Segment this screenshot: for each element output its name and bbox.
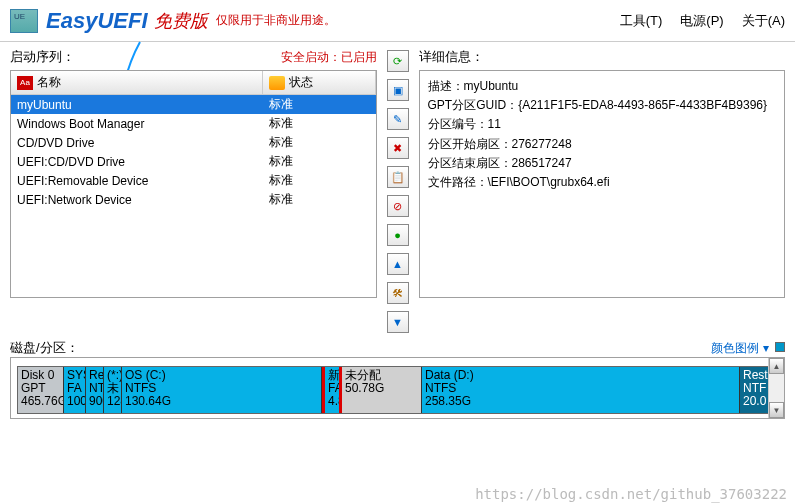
refresh-button[interactable]: ⟳: [387, 50, 409, 72]
add-button[interactable]: ▣: [387, 79, 409, 101]
guid-key: GPT分区GUID：: [428, 98, 519, 112]
partition-block[interactable]: 新FA4.8: [322, 367, 342, 413]
usage-note: 仅限用于非商业用途。: [216, 12, 336, 29]
edit-button[interactable]: ✎: [387, 108, 409, 130]
app-title: EasyUEFI: [46, 8, 148, 34]
boot-entry-grid[interactable]: Aa 名称 状态 myUbuntu标准Windows Boot Manager标…: [10, 70, 377, 298]
end-key: 分区结束扇区：: [428, 156, 512, 170]
status-header-icon: [269, 76, 285, 90]
partition-block[interactable]: Disk 0GPT465.76G: [18, 367, 64, 413]
guid-val: {A211F1F5-EDA8-4493-865F-4433BF4B9396}: [518, 98, 767, 112]
boot-order-label: 启动序列：: [10, 48, 75, 66]
legend-text: 颜色图例: [711, 341, 759, 355]
move-up-button[interactable]: ▲: [387, 253, 409, 275]
app-edition: 免费版: [154, 9, 208, 33]
boot-entry-row[interactable]: UEFI:Network Device标准: [11, 190, 376, 209]
boot-entry-row[interactable]: myUbuntu标准: [11, 95, 376, 114]
main-menu: 工具(T) 电源(P) 关于(A): [620, 12, 785, 30]
boot-entry-row[interactable]: UEFI:Removable Device标准: [11, 171, 376, 190]
menu-about[interactable]: 关于(A): [742, 12, 785, 30]
desc-val: myUbuntu: [464, 79, 519, 93]
scroll-up-icon[interactable]: ▲: [769, 358, 784, 374]
title-bar: EasyUEFI 免费版 仅限用于非商业用途。 工具(T) 电源(P) 关于(A…: [0, 0, 795, 42]
boot-entry-row[interactable]: CD/DVD Drive标准: [11, 133, 376, 152]
partition-block[interactable]: Data (D:)NTFS258.35G: [422, 367, 740, 413]
partition-block[interactable]: ReNT900: [86, 367, 104, 413]
detail-box: 描述：myUbuntu GPT分区GUID：{A211F1F5-EDA8-449…: [419, 70, 786, 298]
settings-button[interactable]: 🛠: [387, 282, 409, 304]
partition-block[interactable]: OS (C:)NTFS130.64G: [122, 367, 322, 413]
watermark: https://blog.csdn.net/github_37603222: [475, 486, 787, 502]
start-val: 276277248: [512, 137, 572, 151]
path-val: \EFI\BOOT\grubx64.efi: [488, 175, 610, 189]
app-logo-icon: [10, 9, 38, 33]
vertical-scrollbar[interactable]: ▲ ▼: [768, 358, 784, 418]
boot-once-button[interactable]: ●: [387, 224, 409, 246]
detail-label: 详细信息：: [419, 48, 484, 66]
end-val: 286517247: [512, 156, 572, 170]
delete-button[interactable]: ✖: [387, 137, 409, 159]
name-header-icon: Aa: [17, 76, 33, 90]
partition-block[interactable]: SYSFA100: [64, 367, 86, 413]
boot-entry-row[interactable]: Windows Boot Manager标准: [11, 114, 376, 133]
legend-swatch-icon: [775, 342, 785, 352]
scroll-down-icon[interactable]: ▼: [769, 402, 784, 418]
move-down-button[interactable]: ▼: [387, 311, 409, 333]
copy-button[interactable]: 📋: [387, 166, 409, 188]
partition-block[interactable]: (*:)未128: [104, 367, 122, 413]
disk-label: 磁盘/分区：: [10, 339, 79, 357]
boot-entry-row[interactable]: UEFI:CD/DVD Drive标准: [11, 152, 376, 171]
menu-power[interactable]: 电源(P): [680, 12, 723, 30]
menu-tools[interactable]: 工具(T): [620, 12, 663, 30]
disable-button[interactable]: ⊘: [387, 195, 409, 217]
disk-strip[interactable]: Disk 0GPT465.76GSYSFA100ReNT900(*:)未128O…: [17, 366, 778, 414]
col-name: 名称: [37, 74, 61, 91]
path-key: 文件路径：: [428, 175, 488, 189]
start-key: 分区开始扇区：: [428, 137, 512, 151]
partition-block[interactable]: 未分配50.78G: [342, 367, 422, 413]
partnum-val: 11: [488, 117, 501, 131]
col-status: 状态: [289, 74, 313, 91]
desc-key: 描述：: [428, 79, 464, 93]
chevron-down-icon: ▾: [763, 341, 769, 355]
partition-block[interactable]: RestNTF20.0: [740, 367, 770, 413]
partnum-key: 分区编号：: [428, 117, 488, 131]
vertical-toolbar: ⟳ ▣ ✎ ✖ 📋 ⊘ ● ▲ 🛠 ▼: [387, 48, 409, 333]
grid-header: Aa 名称 状态: [11, 71, 376, 95]
color-legend-link[interactable]: 颜色图例 ▾: [711, 340, 785, 357]
secure-boot-status: 安全启动：已启用: [281, 49, 377, 66]
disk-partition-box: Disk 0GPT465.76GSYSFA100ReNT900(*:)未128O…: [10, 357, 785, 419]
